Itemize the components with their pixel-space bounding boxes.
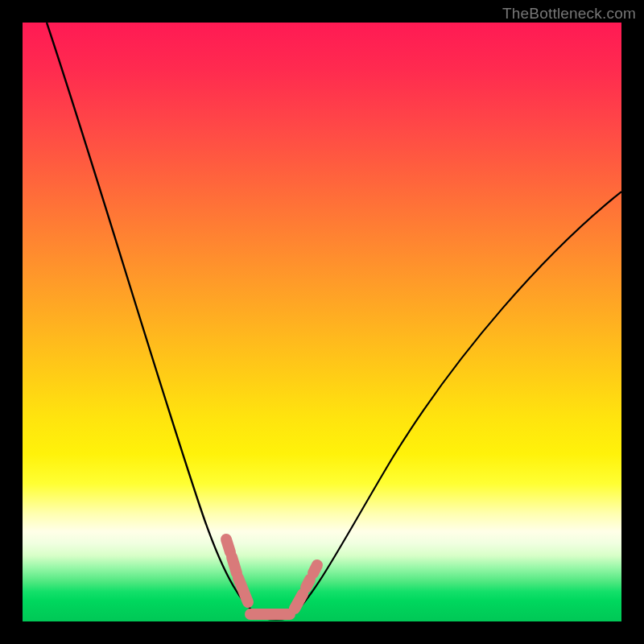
marker-r3 <box>313 565 317 573</box>
marker-r2 <box>306 580 310 588</box>
bottleneck-curve <box>23 23 621 621</box>
watermark-text: TheBottleneck.com <box>502 5 636 23</box>
marker-l3 <box>238 578 248 602</box>
marker-group <box>226 539 317 614</box>
marker-r1 <box>295 594 303 609</box>
marker-l2 <box>232 557 237 573</box>
curve-right <box>288 192 621 618</box>
marker-l1 <box>226 539 230 552</box>
chart-frame <box>23 23 621 621</box>
curve-left <box>47 23 264 618</box>
